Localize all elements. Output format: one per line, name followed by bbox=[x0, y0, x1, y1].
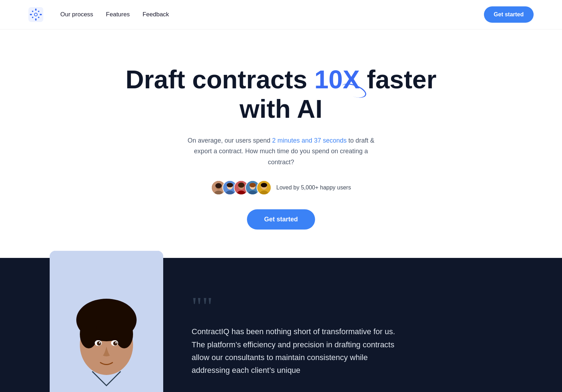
svg-point-29 bbox=[249, 183, 256, 188]
get-started-button-hero[interactable]: Get started bbox=[247, 209, 315, 230]
logo-icon bbox=[28, 7, 43, 22]
svg-point-33 bbox=[261, 183, 267, 188]
hero-title: Draft contracts 10X faster with AI bbox=[126, 65, 436, 124]
subtitle-highlight: 2 minutes and 37 seconds bbox=[272, 137, 347, 144]
nav-link-feedback[interactable]: Feedback bbox=[143, 11, 169, 18]
svg-text:": " bbox=[192, 295, 202, 316]
avatar bbox=[257, 180, 271, 195]
hero-title-part2: faster bbox=[360, 65, 436, 94]
navbar-left: Our process Features Feedback bbox=[28, 7, 169, 22]
nav-link-our-process[interactable]: Our process bbox=[60, 11, 93, 18]
testimonial-content: " " ContractIQ has been nothing short of… bbox=[163, 258, 562, 392]
svg-point-13 bbox=[31, 14, 32, 15]
svg-point-17 bbox=[215, 183, 222, 188]
get-started-button-nav[interactable]: Get started bbox=[484, 6, 534, 23]
person-photo bbox=[50, 251, 163, 392]
social-proof-text: Loved by 5,000+ happy users bbox=[276, 184, 351, 191]
testimonial-text: ContractIQ has been nothing short of tra… bbox=[192, 325, 404, 377]
testimonial-section: " " ContractIQ has been nothing short of… bbox=[0, 258, 562, 392]
svg-point-45 bbox=[113, 341, 117, 346]
subtitle-part1: On average, our users spend bbox=[188, 137, 272, 144]
logo-container[interactable] bbox=[28, 7, 43, 22]
svg-point-14 bbox=[40, 14, 41, 15]
svg-point-21 bbox=[227, 183, 233, 188]
nav-link-features[interactable]: Features bbox=[106, 11, 130, 18]
navbar: Our process Features Feedback Get starte… bbox=[0, 0, 562, 29]
svg-point-41 bbox=[115, 320, 133, 348]
person-image-container bbox=[50, 251, 163, 392]
svg-point-10 bbox=[35, 13, 37, 16]
quote-marks-icon: " " bbox=[192, 295, 534, 318]
svg-point-11 bbox=[35, 9, 37, 11]
nav-links: Our process Features Feedback bbox=[60, 11, 169, 18]
hero-section: Draft contracts 10X faster with AI On av… bbox=[0, 29, 562, 258]
svg-point-47 bbox=[115, 342, 117, 343]
hero-title-highlight: 10X bbox=[314, 65, 360, 94]
svg-point-46 bbox=[99, 342, 100, 343]
hero-title-part1: Draft contracts bbox=[126, 65, 314, 94]
avatars-group bbox=[211, 180, 271, 195]
hero-subtitle: On average, our users spend 2 minutes an… bbox=[182, 135, 380, 168]
svg-point-12 bbox=[35, 18, 37, 20]
svg-point-25 bbox=[238, 183, 244, 188]
svg-point-44 bbox=[97, 341, 101, 346]
svg-point-40 bbox=[80, 320, 98, 348]
hero-title-line2: with AI bbox=[239, 95, 322, 123]
social-proof: Loved by 5,000+ happy users bbox=[211, 180, 351, 195]
svg-text:": " bbox=[202, 295, 213, 316]
